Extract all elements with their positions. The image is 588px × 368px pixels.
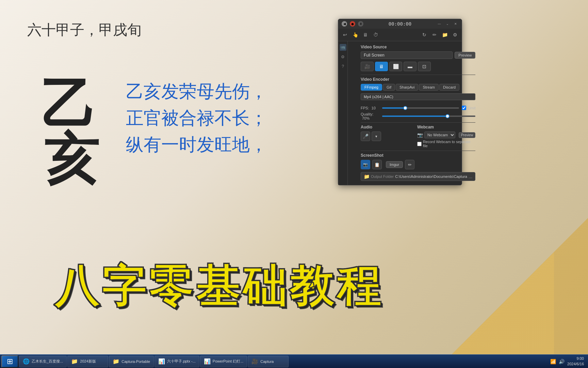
source-icons: 🎥 🖥 ⬜ ▬ ⊡: [361, 62, 475, 71]
ss-copy-btn[interactable]: 📋: [372, 160, 382, 169]
panel-back-btn[interactable]: ◀: [342, 21, 347, 27]
tray-network-icon[interactable]: 📶: [550, 359, 556, 364]
mic-btn[interactable]: 🎤: [361, 132, 370, 141]
panel-pause-btn[interactable]: ⏸: [358, 21, 363, 27]
output-path: C:\Users\Administrator\Documents\Captura: [395, 174, 467, 179]
webcam-select[interactable]: No Webcam: [424, 132, 455, 138]
taskbar-item-captura[interactable]: 🎥 Captura: [248, 356, 289, 367]
quality-row: Quality: 70%: [361, 112, 475, 120]
toolbar-refresh-icon[interactable]: ↻: [420, 31, 428, 39]
fps-limit-check: Limit: [462, 106, 475, 110]
screenshot-row: 📷 📋 Imgur ✏: [361, 160, 475, 169]
browser-label: 乙木长生_百度搜...: [32, 359, 63, 364]
record-separate-row: Record Webcam to separate file: [417, 140, 476, 148]
output-folder-icon: 📁: [364, 174, 370, 179]
webcam-preview-btn[interactable]: Preview: [459, 132, 476, 138]
screenshot-label: ScreenShot: [361, 153, 475, 158]
encoder-format-select[interactable]: Mp4 (x264 | AAC): [361, 93, 475, 100]
panel-record-btn[interactable]: ⏺: [350, 21, 355, 27]
toolbar-pen-icon[interactable]: ✏: [430, 31, 439, 39]
blue-text-block: 乙亥发荣母先伤， 正官被合禄不长； 纵有一时发旺地，: [126, 78, 267, 158]
fps-slider-track[interactable]: [382, 107, 459, 109]
audio-webcam-row: Audio 🎤 ▾ Webcam 📷 No Webcam: [361, 125, 475, 148]
top-text: 六十甲子，甲戌旬: [27, 20, 142, 40]
panel-minimize-btn[interactable]: —: [437, 21, 442, 27]
output-folder-label: Output Folder: [371, 174, 394, 179]
captura-icon: 🎥: [251, 358, 258, 365]
divider-3: [361, 151, 475, 151]
toolbar-clock-icon[interactable]: ⏱: [372, 31, 380, 39]
blue-line-3: 纵有一时发旺地，: [126, 132, 267, 158]
audio-section: Audio 🎤 ▾: [361, 125, 412, 148]
panel-toolbar: ↩ 👆 🖥 ⏱ ↻ ✏ 📁 ⚙: [338, 29, 462, 41]
enc-tab-ffmpeg[interactable]: FFmpeg: [361, 84, 382, 91]
panel-dropdown-btn[interactable]: ⌄: [445, 21, 450, 27]
char-hai: 亥: [44, 123, 99, 196]
panel-main-content: Video Source Preview 🎥 🖥 ⬜ ▬ ⊡ Video Enc…: [357, 41, 479, 185]
sidebar-help-icon[interactable]: ?: [340, 63, 346, 70]
fps-row: FPS: 10 Limit: [361, 106, 475, 110]
taskbar-clock[interactable]: 9:00 2024/6/16: [567, 356, 584, 367]
panel-left-sidebar: 📹 ⚙ ?: [338, 41, 348, 185]
enc-tab-stream[interactable]: Stream: [419, 84, 438, 91]
panel-content: 📹 ⚙ ? Video Source Preview 🎥 🖥 ⬜ ▬ ⊡: [338, 41, 462, 185]
taskbar-item-browser[interactable]: 🌐 乙木长生_百度搜...: [19, 356, 67, 367]
toolbar-folder-icon[interactable]: 📁: [441, 31, 449, 39]
encoder-tabs: FFmpeg Gif SharpAvi Stream Discard: [361, 84, 475, 91]
source-window-btn[interactable]: ⬜: [389, 62, 402, 71]
toolbar-monitor-icon[interactable]: 🖥: [361, 31, 370, 39]
desktop: 六十甲子，甲戌旬 乙 亥 乙亥发荣母先伤， 正官被合禄不长； 纵有一时发旺地， …: [0, 0, 588, 354]
powerpoint-label: PowerPoint 幻灯...: [213, 359, 243, 364]
taskbar-item-captura-folder[interactable]: 📁 Captura-Portable: [109, 356, 154, 367]
quality-label: Quality: 70%: [361, 112, 379, 120]
ss-imgur-btn[interactable]: Imgur: [386, 161, 403, 168]
ss-edit-btn[interactable]: ✏: [405, 160, 414, 169]
webcam-section: Webcam 📷 No Webcam Preview Record Webcam…: [417, 125, 476, 148]
taskbar-item-pptx[interactable]: 📊 六十甲子.pptx -...: [154, 356, 199, 367]
taskbar-item-powerpoint[interactable]: 📊 PowerPoint 幻灯...: [200, 356, 247, 367]
video-source-label: Video Source: [361, 45, 475, 49]
source-camera-btn[interactable]: 🎥: [361, 62, 374, 71]
folder1-icon: 📁: [71, 358, 78, 365]
source-fullscreen-btn[interactable]: ⊡: [418, 62, 431, 71]
video-encoder-label: Video Encoder: [361, 77, 475, 82]
record-separate-checkbox[interactable]: [417, 142, 422, 146]
sidebar-video-icon[interactable]: 📹: [340, 44, 346, 51]
panel-titlebar: ◀ ⏺ ⏸ 00:00:00 — ⌄ ✕: [338, 19, 462, 29]
enc-tab-discard[interactable]: Discard: [439, 84, 459, 91]
output-folder-row[interactable]: 📁 Output Folder C:\Users\Administrator\D…: [361, 172, 475, 181]
source-region-btn[interactable]: ▬: [404, 62, 416, 71]
quality-slider-track[interactable]: [382, 116, 475, 117]
panel-close-btn[interactable]: ✕: [453, 21, 458, 27]
enc-tab-gif[interactable]: Gif: [383, 84, 395, 91]
webcam-label: Webcam: [417, 125, 476, 129]
fps-label: FPS: 10: [361, 106, 379, 110]
folder1-label: 2024新版: [80, 359, 96, 364]
mic-dropdown-btn[interactable]: ▾: [372, 132, 381, 141]
blue-line-2: 正官被合禄不长；: [126, 105, 267, 132]
source-screen-btn[interactable]: 🖥: [375, 62, 388, 71]
source-preview-btn[interactable]: Preview: [455, 52, 475, 59]
webcam-select-row: 📷 No Webcam Preview: [417, 132, 476, 138]
toolbar-cursor-icon[interactable]: 👆: [351, 31, 359, 39]
ss-capture-btn[interactable]: 📷: [361, 160, 370, 169]
fps-limit-checkbox[interactable]: [462, 106, 466, 110]
taskbar-item-folder1[interactable]: 📁 2024新版: [67, 356, 108, 367]
clock-time: 9:00: [567, 356, 584, 361]
output-more-btn[interactable]: ...: [469, 174, 473, 179]
toolbar-back-icon[interactable]: ↩: [341, 31, 349, 39]
enc-tab-sharpavi[interactable]: SharpAvi: [396, 84, 418, 91]
sidebar-settings2-icon[interactable]: ⚙: [340, 53, 346, 60]
captura-folder-icon: 📁: [113, 358, 119, 365]
toolbar-settings-icon[interactable]: ⚙: [451, 31, 459, 39]
clock-date: 2024/6/16: [567, 362, 584, 367]
taskbar: ⊞ 🌐 乙木长生_百度搜... 📁 2024新版 📁 Captura-Porta…: [0, 354, 588, 368]
tray-volume-icon[interactable]: 🔊: [559, 359, 565, 364]
start-button[interactable]: ⊞: [1, 355, 18, 368]
start-icon: ⊞: [7, 357, 13, 366]
webcam-icon: 📷: [417, 132, 423, 138]
taskbar-tray: 📶 🔊 9:00 2024/6/16: [548, 356, 587, 367]
yellow-title: 八字零基础教程: [54, 257, 383, 317]
source-input[interactable]: [361, 51, 453, 59]
audio-controls: 🎤 ▾: [361, 132, 412, 141]
